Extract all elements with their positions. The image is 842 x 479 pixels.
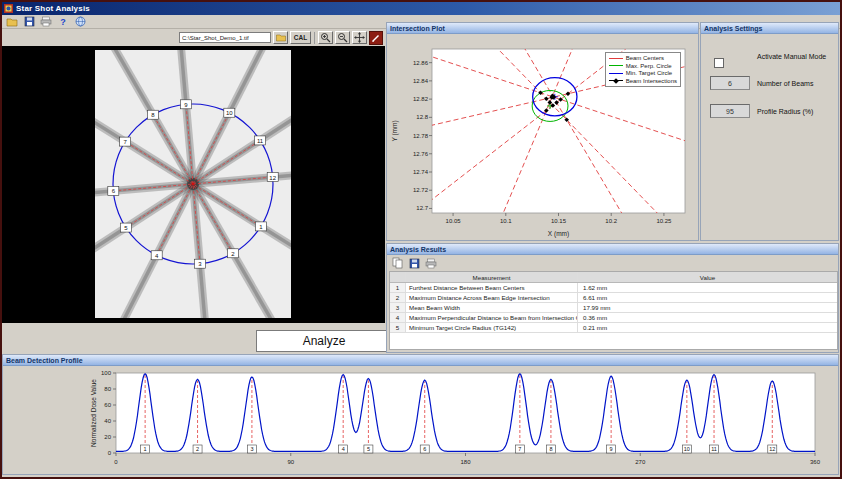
pencil-icon: [371, 33, 381, 43]
open-folder-icon: [276, 33, 286, 42]
svg-text:10: 10: [226, 110, 233, 116]
row-number: 5: [390, 323, 406, 332]
legend-swatch-min-target: [609, 73, 623, 74]
zoom-out-button[interactable]: [335, 31, 350, 44]
help-icon: ?: [60, 17, 66, 27]
svg-text:11: 11: [711, 446, 717, 452]
copy-results-button[interactable]: [390, 257, 404, 269]
results-toolbar: [390, 257, 438, 269]
zoom-out-icon: [337, 32, 348, 43]
svg-text:6: 6: [423, 446, 426, 452]
app-window: Star Shot Analysis ? CAL 121110987654321…: [0, 0, 842, 479]
legend-swatch-intersections: [609, 80, 623, 81]
legend-item: Min. Target Circle: [609, 70, 677, 76]
number-of-beams-label: Number of Beams: [757, 80, 813, 87]
legend-item: Beam Intersections: [609, 78, 677, 84]
svg-text:5: 5: [367, 446, 370, 452]
star-shot-image: 121110987654321: [95, 50, 291, 318]
intersection-plot-panel: Intersection Plot Beam Centers Max. Perp…: [386, 22, 699, 241]
svg-text:7: 7: [518, 446, 521, 452]
zoom-in-button[interactable]: [318, 31, 333, 44]
table-row[interactable]: 2 Maximum Distance Across Beam Edge Inte…: [390, 293, 837, 303]
legend-label: Min. Target Circle: [626, 70, 673, 76]
star-shot-image-panel: 121110987654321: [2, 46, 385, 323]
svg-text:12: 12: [269, 175, 276, 181]
intersection-plot-title: Intersection Plot: [387, 23, 698, 34]
svg-text:60: 60: [104, 402, 111, 408]
row-number: 4: [390, 313, 406, 322]
svg-text:270: 270: [635, 459, 646, 465]
svg-text:12.84: 12.84: [413, 78, 429, 84]
svg-text:0: 0: [114, 459, 118, 465]
svg-text:180: 180: [460, 459, 471, 465]
analysis-settings-panel: Analysis Settings Activate Manual Mode N…: [700, 22, 839, 241]
svg-text:12.72: 12.72: [413, 187, 429, 193]
svg-text:90: 90: [287, 459, 294, 465]
diamond-icon: [613, 78, 619, 84]
table-row[interactable]: 1 Furthest Distance Between Beam Centers…: [390, 283, 837, 293]
print-button[interactable]: [39, 16, 53, 28]
svg-text:3: 3: [250, 446, 253, 452]
save-button[interactable]: [22, 16, 36, 28]
svg-text:80: 80: [104, 386, 111, 392]
beam-detection-profile-title: Beam Detection Profile: [3, 355, 838, 366]
svg-text:X (mm): X (mm): [548, 230, 569, 238]
plot-legend: Beam Centers Max. Perp. Circle Min. Targ…: [605, 52, 681, 87]
svg-text:10.25: 10.25: [656, 218, 672, 224]
table-row[interactable]: 5 Minimum Target Circle Radius (TG142) 0…: [390, 323, 837, 333]
measurement-cell: Mean Beam Width: [406, 303, 578, 312]
svg-text:Normalized Dose Value: Normalized Dose Value: [90, 379, 97, 447]
save-results-button[interactable]: [407, 257, 421, 269]
row-number: 3: [390, 303, 406, 312]
measurement-cell: Furthest Distance Between Beam Centers: [406, 283, 578, 292]
print-results-button[interactable]: [424, 257, 438, 269]
pan-button[interactable]: [352, 31, 367, 44]
analysis-results-panel: Analysis Results Measurement Value 1 Fur…: [386, 243, 839, 353]
svg-text:360: 360: [810, 459, 821, 465]
svg-text:10.15: 10.15: [551, 218, 567, 224]
svg-text:12: 12: [769, 446, 775, 452]
image-toolbar: CAL: [2, 29, 385, 46]
open-button[interactable]: [5, 16, 19, 28]
value-cell: 1.62 mm: [578, 283, 837, 292]
legend-swatch-beam-centers: [609, 58, 623, 59]
svg-text:0: 0: [108, 450, 112, 456]
measurement-cell: Minimum Target Circle Radius (TG142): [406, 323, 578, 332]
svg-text:8: 8: [549, 446, 552, 452]
legend-item: Max. Perp. Circle: [609, 63, 677, 69]
pan-icon: [354, 32, 365, 43]
svg-text:11: 11: [257, 138, 264, 144]
cal-button[interactable]: CAL: [290, 31, 311, 44]
svg-text:10.05: 10.05: [446, 218, 462, 224]
manual-mode-checkbox[interactable]: [714, 58, 724, 68]
value-cell: 6.61 mm: [578, 293, 837, 302]
svg-text:10: 10: [684, 446, 690, 452]
save-icon: [24, 16, 35, 27]
table-row[interactable]: 4 Maximum Perpendicular Distance to Beam…: [390, 313, 837, 323]
legend-swatch-max-perp: [609, 65, 623, 66]
svg-text:4: 4: [342, 446, 345, 452]
number-of-beams-input[interactable]: [710, 76, 750, 90]
svg-text:40: 40: [104, 418, 111, 424]
intersection-plot: Beam Centers Max. Perp. Circle Min. Targ…: [388, 35, 697, 239]
measurement-column-header: Measurement: [406, 272, 578, 282]
beam-detection-profile-plot: 090180270360020406080100Normalized Dose …: [4, 367, 837, 473]
file-path-input[interactable]: [179, 32, 271, 43]
open-folder-icon: [6, 16, 18, 27]
app-icon: [4, 4, 13, 13]
svg-text:Y (mm): Y (mm): [391, 120, 399, 141]
svg-text:20: 20: [104, 434, 111, 440]
edit-button[interactable]: [369, 31, 383, 45]
analyze-button[interactable]: Analyze: [256, 330, 392, 352]
results-table-header: Measurement Value: [390, 272, 837, 283]
results-table: Measurement Value 1 Furthest Distance Be…: [389, 271, 838, 350]
row-number-header: [390, 272, 406, 282]
legend-label: Beam Centers: [626, 55, 664, 61]
zoom-in-icon: [320, 32, 331, 43]
toolbar-separator: [314, 32, 315, 44]
table-row[interactable]: 3 Mean Beam Width 17.99 mm: [390, 303, 837, 313]
profile-radius-input[interactable]: [710, 104, 750, 118]
browse-button[interactable]: [273, 31, 288, 44]
help-button[interactable]: ?: [56, 16, 70, 28]
web-button[interactable]: [73, 16, 87, 28]
